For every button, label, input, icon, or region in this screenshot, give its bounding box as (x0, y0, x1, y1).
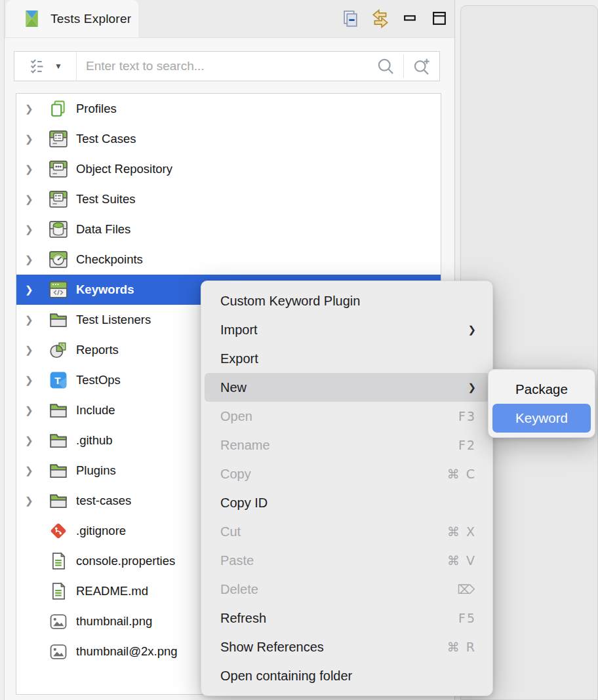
context-menu-item[interactable]: New ❯ (205, 373, 489, 402)
test-suites-icon (48, 189, 69, 210)
file-text-icon (48, 581, 69, 602)
submenu-item[interactable]: Keyword (492, 404, 591, 433)
file-text-icon (48, 551, 69, 572)
tree-row[interactable]: ❯ Profiles (16, 94, 441, 124)
context-menu: Custom Keyword Plugin Import ❯ Export Ne… (201, 281, 493, 696)
context-menu-item[interactable]: Refresh F5 (205, 604, 489, 632)
tree-row[interactable]: ❯ Data Files (16, 214, 441, 244)
tree-item-label: Object Repository (76, 162, 172, 176)
chevron-right-icon[interactable]: ❯ (25, 344, 42, 356)
header-toolbar (341, 0, 449, 37)
context-menu-item[interactable]: Copy ID (205, 488, 489, 517)
menu-item-shortcut: F3 (458, 409, 476, 423)
context-menu-item[interactable]: Custom Keyword Plugin (205, 286, 489, 315)
chevron-right-icon[interactable]: ❯ (25, 224, 42, 235)
context-menu-item[interactable]: Open F3 (205, 402, 489, 431)
chevron-right-icon[interactable]: ❯ (25, 374, 42, 386)
tree-item-label: Checkpoints (76, 252, 143, 267)
chevron-right-icon[interactable]: ❯ (25, 103, 42, 115)
search-input[interactable] (77, 52, 368, 81)
menu-item-shortcut: F5 (458, 611, 476, 625)
svg-text:T: T (54, 375, 61, 386)
menu-item-label: Open containing folder (220, 669, 352, 684)
chevron-right-icon[interactable]: ❯ (25, 163, 42, 175)
chevron-right-icon[interactable]: ❯ (25, 133, 42, 145)
submenu-item-label: Package (515, 381, 568, 397)
menu-item-shortcut: ⌘ V (447, 553, 476, 568)
link-with-editor-icon[interactable] (370, 9, 390, 29)
new-submenu: Package Keyword (488, 369, 595, 438)
data-files-icon (48, 219, 69, 240)
keywords-icon (48, 279, 69, 300)
menu-item-label: Export (220, 351, 258, 366)
tree-row[interactable]: ❯ Test Cases (16, 124, 441, 154)
menu-item-label: Show References (220, 640, 324, 655)
checkpoints-icon (48, 249, 69, 270)
folder-icon (48, 490, 69, 511)
menu-item-shortcut: ⌘ X (447, 524, 476, 539)
menu-item-label: Copy (220, 467, 251, 482)
menu-item-shortcut: F2 (458, 438, 476, 452)
chevron-right-icon[interactable]: ❯ (25, 314, 42, 326)
context-menu-item[interactable]: Rename F2 (205, 431, 489, 459)
search-filter-dropdown[interactable]: ▼ (14, 52, 77, 81)
profiles-icon (48, 98, 69, 119)
test-cases-icon (48, 128, 69, 149)
menu-item-shortcut: ⌦ (457, 582, 476, 596)
context-menu-item[interactable]: Paste ⌘ V (205, 546, 489, 575)
chevron-right-icon[interactable]: ❯ (25, 284, 42, 296)
chevron-right-icon[interactable]: ❯ (25, 254, 42, 265)
panel-header: Tests Explorer (5, 0, 454, 38)
collapse-all-icon[interactable] (341, 9, 361, 29)
chevron-right-icon[interactable]: ❯ (25, 404, 42, 416)
image-icon (48, 611, 69, 632)
tab-tests-explorer[interactable]: Tests Explorer (6, 0, 138, 37)
chevron-right-icon[interactable]: ❯ (25, 465, 42, 476)
minimize-icon[interactable] (400, 9, 420, 29)
search-button[interactable] (368, 52, 403, 81)
submenu-arrow-icon: ❯ (468, 324, 476, 336)
tree-item-label: Reports (76, 343, 119, 357)
context-menu-item[interactable]: Copy ⌘ C (205, 459, 489, 488)
tree-row[interactable]: ❯ Test Suites (16, 184, 441, 214)
context-menu-item[interactable]: Import ❯ (205, 315, 489, 344)
menu-item-label: Cut (220, 524, 241, 539)
reports-icon (48, 340, 69, 360)
submenu-arrow-icon: ❯ (468, 381, 476, 393)
menu-item-label: Copy ID (220, 496, 268, 511)
menu-item-label: Custom Keyword Plugin (220, 294, 360, 309)
menu-item-label: New (220, 380, 247, 395)
chevron-right-icon[interactable]: ❯ (25, 435, 42, 446)
menu-item-label: Rename (220, 438, 270, 453)
menu-item-label: Delete (220, 582, 258, 597)
context-menu-item[interactable]: Show References ⌘ R (205, 632, 489, 661)
folder-icon (48, 309, 69, 330)
git-icon (48, 520, 69, 541)
chevron-right-icon[interactable]: ❯ (25, 193, 42, 205)
app-window: Tests Explorer ▼ ❯ (0, 0, 598, 700)
tree-item-label: Test Cases (76, 132, 136, 146)
tree-item-label: console.properties (76, 554, 175, 568)
tree-item-label: Profiles (76, 102, 117, 116)
tree-item-label: .github (76, 433, 113, 448)
search-icon (376, 56, 395, 76)
context-menu-item[interactable]: Delete ⌦ (205, 575, 489, 604)
testops-icon: T (48, 370, 69, 391)
tree-row[interactable]: ❯ Object Repository (16, 154, 441, 184)
katalon-logo-icon (22, 9, 41, 29)
submenu-item[interactable]: Package (492, 375, 591, 404)
advanced-search-button[interactable] (404, 52, 439, 81)
folder-icon (48, 400, 69, 421)
checklist-filter-icon (28, 56, 48, 76)
panel-title: Tests Explorer (50, 12, 131, 26)
tree-item-label: Data Files (76, 222, 130, 237)
tree-item-label: thumbnail.png (76, 614, 152, 629)
tree-item-label: Test Suites (76, 192, 136, 206)
context-menu-item[interactable]: Cut ⌘ X (205, 517, 489, 546)
context-menu-item[interactable]: Export (205, 344, 489, 373)
tree-row[interactable]: ❯ Checkpoints (16, 244, 441, 275)
menu-item-shortcut: ⌘ R (447, 640, 476, 654)
context-menu-item[interactable]: Open containing folder (205, 661, 489, 690)
maximize-icon[interactable] (429, 9, 449, 29)
chevron-right-icon[interactable]: ❯ (25, 495, 42, 507)
